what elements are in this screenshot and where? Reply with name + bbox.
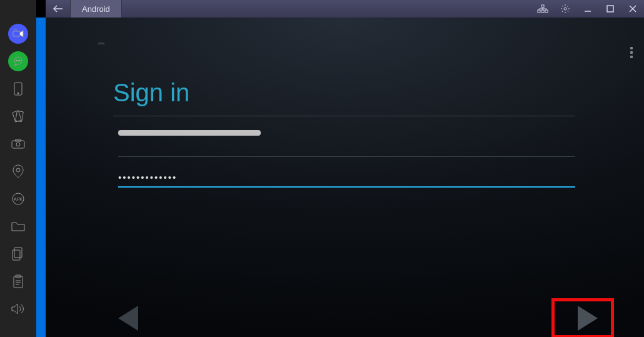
chat-app-icon[interactable]	[0, 48, 36, 75]
android-screen: ▬ Sign in	[46, 18, 644, 337]
device-icon[interactable]	[0, 75, 36, 103]
status-hint: ▬	[98, 39, 104, 46]
svg-rect-15	[12, 141, 24, 148]
close-button[interactable]	[621, 0, 644, 18]
svg-point-10	[19, 60, 21, 61]
maximize-button[interactable]	[599, 0, 621, 18]
title-divider	[113, 116, 575, 116]
svg-point-9	[18, 60, 19, 61]
email-row	[118, 130, 575, 157]
email-field[interactable]	[118, 138, 575, 157]
signin-form: Sign in	[113, 79, 575, 199]
svg-point-16	[16, 143, 20, 146]
folder-icon[interactable]	[0, 213, 36, 240]
svg-point-4	[564, 8, 566, 10]
svg-rect-3	[545, 10, 548, 13]
location-icon[interactable]	[0, 158, 36, 185]
svg-rect-14	[16, 111, 24, 121]
prev-arrow-icon[interactable]	[118, 306, 138, 331]
camera-app-icon[interactable]	[0, 20, 36, 48]
tab-label: Android	[82, 4, 110, 14]
volume-icon[interactable]	[0, 295, 36, 323]
rotate-icon[interactable]	[0, 103, 36, 130]
password-row	[118, 168, 575, 188]
svg-rect-0	[541, 5, 544, 8]
overflow-menu-icon[interactable]	[630, 45, 633, 60]
svg-text:APK: APK	[14, 197, 23, 201]
tab-android[interactable]: Android	[71, 0, 122, 18]
svg-rect-21	[14, 248, 22, 258]
email-redaction-mask	[118, 130, 261, 136]
svg-rect-5	[607, 6, 613, 12]
copy-icon[interactable]	[0, 240, 36, 268]
svg-rect-2	[541, 10, 544, 13]
svg-rect-1	[538, 10, 540, 13]
page-title: Sign in	[113, 79, 575, 107]
network-icon[interactable]	[531, 0, 554, 18]
paste-icon[interactable]	[0, 268, 36, 295]
screenshot-icon[interactable]	[0, 130, 36, 158]
apk-icon[interactable]: APK	[0, 185, 36, 213]
next-arrow-icon[interactable]	[578, 306, 598, 331]
svg-rect-6	[13, 31, 20, 36]
minimize-button[interactable]	[576, 0, 599, 18]
svg-point-18	[16, 168, 20, 172]
app-sidebar: APK	[0, 0, 36, 337]
window-titlebar: Android	[46, 0, 644, 18]
svg-rect-22	[13, 250, 20, 260]
settings-icon[interactable]	[554, 0, 576, 18]
back-button[interactable]	[46, 0, 71, 18]
password-field[interactable]	[118, 168, 575, 188]
svg-point-8	[16, 60, 18, 61]
svg-rect-23	[14, 276, 23, 288]
svg-point-12	[18, 93, 19, 94]
accent-strip	[36, 18, 46, 337]
